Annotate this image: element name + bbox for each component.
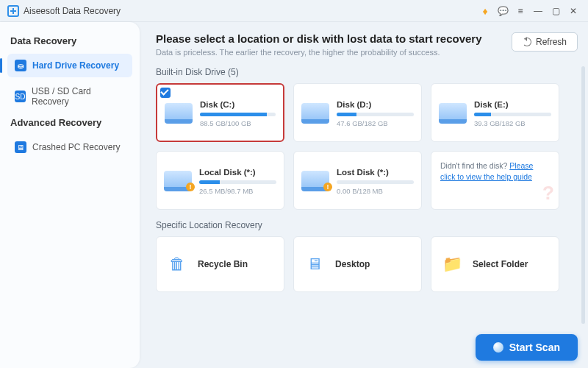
recycle-icon: 🗑 — [165, 252, 189, 276]
menu-icon[interactable]: ≡ — [513, 4, 528, 18]
app-logo-icon — [7, 5, 19, 17]
scan-orb-icon — [493, 342, 503, 353]
premium-icon[interactable]: ♦ — [478, 4, 492, 18]
drive-name: Disk (E:) — [474, 100, 551, 109]
feedback-icon[interactable]: 💬 — [495, 4, 510, 18]
usage-bar — [200, 113, 276, 116]
drive-name: Lost Disk (*:) — [337, 168, 414, 177]
sidebar-item-label: USB / SD Card Recovery — [32, 86, 125, 107]
builtin-section-label: Built-in Disk Drive (5) — [156, 67, 578, 77]
sidebar-item-crashed-pc[interactable]: 🖥Crashed PC Recovery — [7, 135, 132, 159]
start-scan-button[interactable]: Start Scan — [476, 334, 578, 361]
usage-bar — [199, 180, 276, 184]
drive-usage: 88.5 GB/100 GB — [200, 119, 276, 127]
titlebar: Aiseesoft Data Recovery ♦ 💬 ≡ — ▢ ✕ — [0, 0, 588, 22]
sidebar-heading: Data Recovery — [10, 35, 129, 46]
drive-icon — [165, 103, 193, 124]
drive-card[interactable]: Local Disk (*:)26.5 MB/98.7 MB — [156, 151, 284, 210]
refresh-icon — [523, 38, 531, 46]
start-scan-label: Start Scan — [509, 342, 560, 353]
specific-section-label: Specific Location Recovery — [156, 220, 578, 230]
drives-grid: Disk (C:)88.5 GB/100 GBDisk (D:)47.6 GB/… — [156, 83, 578, 210]
sidebar-item-usb-sd[interactable]: SDUSB / SD Card Recovery — [7, 80, 132, 113]
page-title: Please select a location or disk with lo… — [156, 32, 512, 45]
location-label: Recycle Bin — [198, 259, 248, 269]
location-card-folder[interactable]: 📁Select Folder — [431, 236, 559, 292]
sidebar-item-label: Crashed PC Recovery — [32, 142, 120, 152]
drive-card[interactable]: Lost Disk (*:)0.00 B/128 MB — [293, 151, 422, 210]
refresh-button[interactable]: Refresh — [512, 32, 578, 52]
sidebar: Data Recovery⛀Hard Drive RecoverySDUSB /… — [0, 22, 140, 368]
locations-grid: 🗑Recycle Bin🖥Desktop📁Select Folder — [156, 236, 578, 292]
drive-icon — [164, 171, 192, 191]
drive-name: Local Disk (*:) — [199, 168, 276, 177]
usage-bar — [337, 180, 414, 184]
drive-name: Disk (C:) — [200, 100, 276, 109]
drive-icon — [301, 171, 329, 191]
location-card-desktop[interactable]: 🖥Desktop — [293, 236, 422, 292]
usage-bar — [337, 113, 414, 116]
sidebar-item-icon: SD — [15, 91, 26, 102]
location-label: Desktop — [335, 259, 370, 269]
help-lead: Didn't find the disk? — [440, 161, 509, 170]
sidebar-item-icon: ⛀ — [15, 60, 26, 71]
main-panel: Please select a location or disk with lo… — [140, 22, 588, 368]
help-card: Didn't find the disk? Please click to vi… — [431, 151, 559, 210]
drive-icon — [301, 103, 329, 124]
sidebar-item-icon: 🖥 — [15, 141, 26, 153]
app-window: Aiseesoft Data Recovery ♦ 💬 ≡ — ▢ ✕ Data… — [0, 0, 588, 368]
drive-usage: 26.5 MB/98.7 MB — [199, 187, 276, 195]
refresh-label: Refresh — [536, 37, 567, 47]
drive-card[interactable]: Disk (E:)39.3 GB/182 GB — [431, 83, 559, 142]
drive-name: Disk (D:) — [337, 100, 414, 109]
location-label: Select Folder — [473, 259, 528, 269]
sidebar-item-label: Hard Drive Recovery — [32, 60, 119, 71]
close-button[interactable]: ✕ — [566, 4, 581, 18]
folder-icon: 📁 — [440, 252, 464, 276]
drive-card[interactable]: Disk (C:)88.5 GB/100 GB — [156, 83, 284, 142]
selected-check-icon — [160, 88, 171, 98]
sidebar-heading: Advanced Recovery — [10, 117, 129, 128]
drive-usage: 39.3 GB/182 GB — [474, 119, 551, 127]
scrollbar[interactable] — [581, 66, 585, 324]
usage-bar — [474, 113, 551, 116]
maximize-button[interactable]: ▢ — [548, 4, 563, 18]
location-card-recycle[interactable]: 🗑Recycle Bin — [156, 236, 284, 292]
question-icon: ? — [542, 180, 554, 206]
app-title: Aiseesoft Data Recovery — [24, 6, 121, 16]
page-subtitle: Data is priceless. The earlier the recov… — [156, 48, 512, 57]
minimize-button[interactable]: — — [531, 4, 545, 18]
drive-usage: 47.6 GB/182 GB — [337, 119, 414, 127]
drive-icon — [439, 103, 467, 124]
drive-usage: 0.00 B/128 MB — [337, 187, 414, 195]
drive-card[interactable]: Disk (D:)47.6 GB/182 GB — [293, 83, 422, 142]
desktop-icon: 🖥 — [303, 252, 326, 276]
main-header: Please select a location or disk with lo… — [156, 32, 578, 57]
sidebar-item-hard-drive[interactable]: ⛀Hard Drive Recovery — [7, 54, 132, 77]
body: Data Recovery⛀Hard Drive RecoverySDUSB /… — [0, 22, 588, 368]
